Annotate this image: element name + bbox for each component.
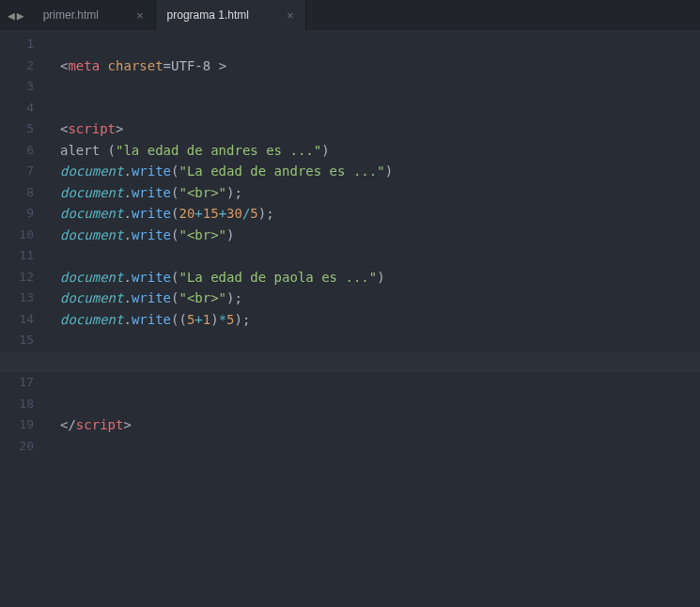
token-string: "<br>" (179, 227, 226, 242)
line-number: 5 (0, 118, 34, 140)
token-italic: document (60, 206, 123, 221)
token-func: write (132, 206, 171, 221)
code-line[interactable] (47, 436, 700, 458)
line-number: 15 (0, 330, 34, 351)
code-line[interactable]: document.write("<br>"); (47, 182, 700, 204)
token-punct: > (219, 58, 226, 73)
token-punct: . (123, 270, 131, 285)
token-italic: document (60, 270, 123, 285)
token-tag: script (68, 121, 116, 136)
token-num: 1 (203, 312, 210, 327)
code-line[interactable] (47, 394, 700, 415)
token-num: 5 (250, 206, 257, 221)
token-tag: meta (68, 58, 100, 73)
code-line[interactable]: document.write("<br>"); (47, 288, 700, 309)
code-line[interactable]: alert ("la edad de andres es ...") (47, 140, 700, 162)
token-italic: document (60, 290, 123, 305)
code-line[interactable] (47, 330, 700, 351)
token-default: ) (210, 312, 218, 327)
line-number: 8 (0, 182, 34, 204)
code-line[interactable] (47, 76, 700, 98)
line-number: 4 (0, 98, 34, 119)
tab-strip: primer.html × programa 1.html × (32, 0, 306, 30)
token-op: + (194, 312, 202, 327)
line-number: 13 (0, 288, 34, 309)
token-punct: . (123, 206, 131, 221)
line-number: 18 (0, 394, 34, 415)
title-bar: ◀ ▶ primer.html × programa 1.html × (0, 0, 700, 30)
code-line[interactable]: document.write(20+15+30/5); (47, 203, 700, 225)
token-italic: document (60, 185, 123, 200)
close-icon[interactable]: × (136, 8, 144, 23)
line-number: 7 (0, 161, 34, 182)
token-default: =UTF-8 (163, 58, 219, 73)
line-number: 3 (0, 76, 34, 98)
token-default: ); (258, 206, 274, 221)
token-string: "La edad de andres es ..." (179, 163, 384, 179)
code-line[interactable]: <meta charset=UTF-8 > (47, 55, 700, 77)
token-default (100, 58, 107, 73)
nav-arrows: ◀ ▶ (0, 0, 32, 30)
code-area[interactable]: <meta charset=UTF-8 > <script>alert ("la… (47, 30, 700, 607)
tab-primer[interactable]: primer.html × (32, 0, 156, 30)
token-op: + (194, 206, 202, 221)
code-line[interactable]: document.write("La edad de andres es ...… (47, 161, 700, 182)
code-line[interactable] (47, 372, 700, 394)
line-number-gutter: 1234567891011121314151617181920 (0, 30, 47, 607)
token-default: ); (226, 290, 242, 305)
code-line[interactable]: <script> (47, 118, 700, 140)
token-string: "<br>" (179, 185, 226, 200)
editor[interactable]: 1234567891011121314151617181920 <meta ch… (0, 30, 700, 607)
token-italic: document (60, 312, 123, 327)
close-icon[interactable]: × (287, 8, 294, 23)
token-op: * (219, 312, 226, 327)
token-num: 15 (203, 206, 219, 221)
token-punct: > (116, 121, 123, 136)
token-default: (( (171, 312, 187, 327)
token-default: ) (321, 143, 329, 158)
code-line[interactable]: document.write((5+1)*5); (47, 309, 700, 331)
token-punct: . (123, 227, 131, 242)
nav-prev-icon[interactable]: ◀ (8, 8, 15, 23)
token-punct: . (123, 185, 131, 200)
token-func: write (132, 163, 171, 179)
token-func: write (132, 185, 171, 200)
code-line[interactable]: document.write("<br>") (47, 225, 700, 246)
token-string: "la edad de andres es ..." (116, 143, 321, 158)
token-default: ); (226, 185, 242, 200)
line-number: 19 (0, 414, 34, 436)
token-num: 20 (179, 206, 194, 221)
tab-label: primer.html (43, 8, 99, 22)
line-number: 10 (0, 225, 34, 246)
line-number: 14 (0, 309, 34, 331)
token-punct: > (123, 417, 131, 432)
line-number: 20 (0, 436, 34, 458)
code-line[interactable] (47, 245, 700, 267)
code-line[interactable]: </script> (47, 414, 700, 436)
token-num: 30 (226, 206, 242, 221)
code-line[interactable] (47, 34, 700, 55)
token-default: ) (385, 163, 393, 179)
token-italic: document (60, 163, 123, 179)
code-line[interactable]: document.write("La edad de paola es ..."… (47, 267, 700, 288)
token-default: ) (377, 270, 384, 285)
line-number: 11 (0, 245, 34, 267)
line-number: 9 (0, 203, 34, 225)
token-string: "La edad de paola es ..." (179, 270, 377, 285)
code-line[interactable] (47, 98, 700, 119)
token-default: ) (226, 227, 234, 242)
line-number: 12 (0, 267, 34, 288)
line-number: 2 (0, 55, 34, 77)
token-punct: . (123, 290, 131, 305)
token-punct: . (123, 312, 131, 327)
tab-programa-1[interactable]: programa 1.html × (156, 0, 306, 30)
token-num: 5 (226, 312, 234, 327)
token-func: write (132, 270, 171, 285)
token-attr: charset (108, 58, 163, 73)
token-op: + (219, 206, 226, 221)
nav-next-icon[interactable]: ▶ (17, 8, 24, 23)
token-func: write (132, 227, 171, 242)
token-italic: document (60, 227, 123, 242)
code-line[interactable] (47, 351, 700, 373)
token-punct: </ (60, 417, 76, 432)
